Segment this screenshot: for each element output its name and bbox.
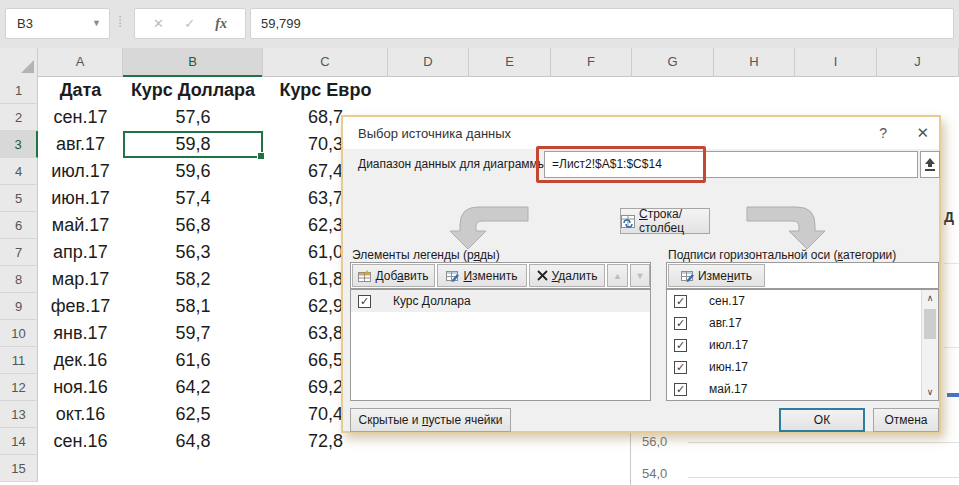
cell-A8[interactable]: мар.17 (38, 266, 123, 293)
cell-B14[interactable]: 64,8 (123, 428, 263, 455)
column-header-E[interactable]: E (469, 48, 551, 77)
row-header-2[interactable]: 2 (0, 104, 38, 131)
checkbox-checked-icon[interactable]: ✓ (674, 317, 687, 330)
name-box-dropdown-icon[interactable]: ▼ (92, 18, 101, 28)
cell-A6[interactable]: май.17 (38, 212, 123, 239)
column-header-F[interactable]: F (551, 48, 632, 77)
cell-A15[interactable] (38, 455, 123, 482)
row-header-4[interactable]: 4 (0, 158, 38, 185)
row-header-7[interactable]: 7 (0, 239, 38, 266)
checkbox-checked-icon[interactable]: ✓ (674, 383, 687, 396)
row-header-9[interactable]: 9 (0, 293, 38, 320)
formula-bar-value: 59,799 (261, 16, 301, 31)
row-header-5[interactable]: 5 (0, 185, 38, 212)
cell-C1[interactable]: Курс Евро (263, 77, 388, 104)
remove-series-button[interactable]: Удалить (529, 264, 605, 287)
cell-A4[interactable]: июл.17 (38, 158, 123, 185)
cell-B13[interactable]: 62,5 (123, 401, 263, 428)
cancel-button[interactable]: Отмена (873, 408, 939, 432)
cell-B10[interactable]: 59,7 (123, 320, 263, 347)
cell-A2[interactable]: сен.17 (38, 104, 123, 131)
move-series-up-button[interactable]: ▲ (607, 264, 628, 287)
column-header-G[interactable]: G (632, 48, 714, 77)
cell-B2[interactable]: 57,6 (123, 104, 263, 131)
name-box[interactable]: B3 ▼ (5, 8, 110, 39)
cell-C15[interactable] (263, 455, 388, 482)
row-header-12[interactable]: 12 (0, 374, 38, 401)
add-series-button[interactable]: Добавить (352, 264, 435, 287)
cell-A5[interactable]: июн.17 (38, 185, 123, 212)
category-label: сен.17 (709, 294, 745, 308)
row-header-8[interactable]: 8 (0, 266, 38, 293)
row-header-15[interactable]: 15 (0, 455, 38, 482)
close-icon[interactable]: ✕ (916, 124, 929, 142)
cell-A3[interactable]: авг.17 (38, 131, 123, 158)
formula-bar-splitter[interactable]: ⁞ (118, 13, 122, 30)
edit-categories-button[interactable]: Изменить (668, 264, 765, 287)
active-cell-selection-border[interactable] (123, 131, 263, 158)
cell-B15[interactable] (123, 455, 263, 482)
chart-data-range-input[interactable]: =Лист2!$A$1:$C$14 (544, 151, 918, 178)
cell-A9[interactable]: фев.17 (38, 293, 123, 320)
cell-A12[interactable]: ноя.16 (38, 374, 123, 401)
insert-function-icon[interactable]: fx (215, 16, 227, 32)
cell-B8[interactable]: 58,2 (123, 266, 263, 293)
scrollbar[interactable]: ∧ ∨ (921, 290, 938, 400)
column-header-A[interactable]: A (38, 48, 123, 77)
select-all-corner[interactable] (0, 48, 38, 77)
row-header-14[interactable]: 14 (0, 428, 38, 455)
dialog-title-bar[interactable]: Выбор источника данных (343, 117, 939, 149)
category-item[interactable]: ✓июн.17 (667, 356, 938, 378)
row-header-6[interactable]: 6 (0, 212, 38, 239)
checkbox-checked-icon[interactable]: ✓ (674, 295, 687, 308)
curved-arrow-left-icon (448, 203, 530, 251)
ok-button[interactable]: ОК (779, 408, 865, 432)
cell-A11[interactable]: дек.16 (38, 347, 123, 374)
row-header-1[interactable]: 1 (0, 77, 38, 104)
column-header-B[interactable]: B (123, 48, 263, 77)
category-item[interactable]: ✓июл.17 (667, 334, 938, 356)
edit-series-button[interactable]: Изменить (437, 264, 527, 287)
column-header-J[interactable]: J (877, 48, 959, 77)
cell-B11[interactable]: 61,6 (123, 347, 263, 374)
confirm-entry-icon[interactable]: ✓ (184, 16, 195, 31)
collapse-dialog-button[interactable] (920, 151, 940, 178)
category-item[interactable]: ✓май.17 (667, 378, 938, 400)
cell-B1[interactable]: Курс Доллара (123, 77, 263, 104)
row-header-13[interactable]: 13 (0, 401, 38, 428)
column-header-H[interactable]: H (714, 48, 795, 77)
checkbox-checked-icon[interactable]: ✓ (674, 339, 687, 352)
scroll-up-icon[interactable]: ∧ (922, 290, 938, 306)
checkbox-checked-icon[interactable]: ✓ (358, 295, 371, 308)
category-item[interactable]: ✓авг.17 (667, 312, 938, 334)
cell-A7[interactable]: апр.17 (38, 239, 123, 266)
cell-B4[interactable]: 59,6 (123, 158, 263, 185)
legend-series-item[interactable]: ✓Курс Доллара (351, 290, 650, 312)
cell-B9[interactable]: 58,1 (123, 293, 263, 320)
cancel-entry-icon[interactable]: ✕ (153, 16, 164, 31)
help-icon[interactable]: ? (879, 125, 887, 141)
row-header-10[interactable]: 10 (0, 320, 38, 347)
category-label: авг.17 (709, 316, 742, 330)
switch-row-column-button[interactable]: Строка/столбец (620, 208, 710, 234)
cell-B7[interactable]: 56,3 (123, 239, 263, 266)
row-header-11[interactable]: 11 (0, 347, 38, 374)
cell-A10[interactable]: янв.17 (38, 320, 123, 347)
formula-bar-input[interactable]: 59,799 (250, 8, 954, 39)
category-item[interactable]: ✓сен.17 (667, 290, 938, 312)
hidden-empty-cells-button[interactable]: Скрытые и пустые ячейки (350, 408, 511, 432)
scroll-down-icon[interactable]: ∨ (922, 384, 938, 400)
cell-B6[interactable]: 56,8 (123, 212, 263, 239)
cell-B5[interactable]: 57,4 (123, 185, 263, 212)
cell-A14[interactable]: сен.16 (38, 428, 123, 455)
cell-B12[interactable]: 64,2 (123, 374, 263, 401)
scrollbar-thumb[interactable] (924, 309, 936, 339)
column-header-I[interactable]: I (795, 48, 877, 77)
column-header-C[interactable]: C (263, 48, 388, 77)
row-header-3[interactable]: 3 (0, 131, 38, 158)
move-series-down-button[interactable]: ▼ (630, 264, 650, 287)
checkbox-checked-icon[interactable]: ✓ (674, 361, 687, 374)
column-header-D[interactable]: D (388, 48, 469, 77)
cell-A1[interactable]: Дата (38, 77, 123, 104)
cell-A13[interactable]: окт.16 (38, 401, 123, 428)
